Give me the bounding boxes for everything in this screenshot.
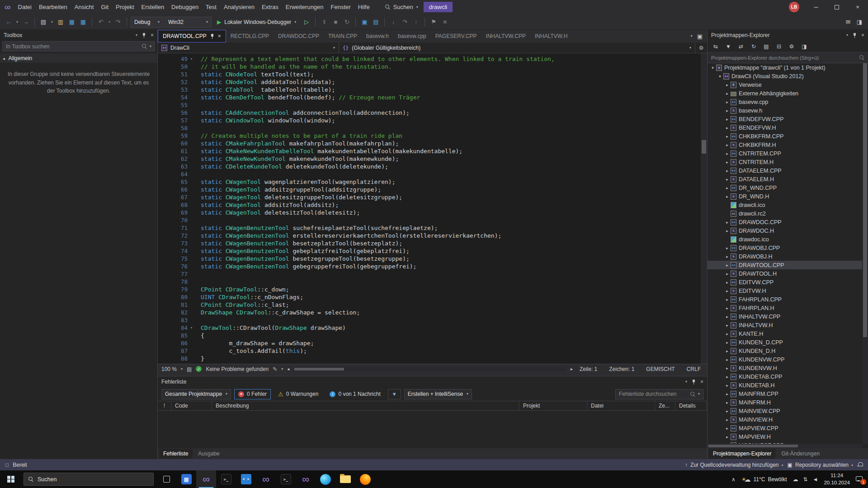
- close-icon[interactable]: ×: [861, 32, 864, 38]
- tree-item-editvw-cpp[interactable]: ▸++EDITVW.CPP: [708, 278, 862, 286]
- code-line[interactable]: 83: [158, 316, 701, 324]
- document-health-icon[interactable]: ▤: [187, 366, 192, 372]
- menu-test[interactable]: Test: [202, 1, 220, 13]
- chevron-collapsed-icon[interactable]: ▸: [724, 340, 731, 345]
- code-line[interactable]: 88}: [158, 355, 701, 362]
- window-position-icon[interactable]: ▾: [136, 33, 137, 37]
- code-line[interactable]: 53static CTabTool tabelleTool(tabelle);: [158, 86, 701, 94]
- messages-filter-button[interactable]: i 0 von 1 Nachricht: [326, 389, 384, 399]
- code-line[interactable]: 71static CWagenBenutzenTool suchefreiepl…: [158, 224, 701, 232]
- break-all-icon[interactable]: ‖: [319, 17, 329, 28]
- start-button[interactable]: [1, 470, 21, 488]
- tree-horizontal-scrollbar[interactable]: [708, 444, 862, 448]
- taskbar-app-visual-studio-2022[interactable]: ∞: [256, 470, 276, 488]
- restart-icon[interactable]: ↻: [342, 17, 352, 28]
- code-line[interactable]: 73static CWagenBenutzenTool besetzeplatz…: [158, 239, 701, 247]
- code-line[interactable]: 52static CNodeTool adddataTool(adddata);: [158, 78, 701, 86]
- tab-inhaltvw-h[interactable]: INHALTVW.H: [530, 30, 572, 42]
- tree-item-mapview-h[interactable]: ▸hMAPVIEW.H: [708, 432, 862, 441]
- chevron-collapsed-icon[interactable]: ▸: [724, 126, 731, 130]
- toolbox-search-input[interactable]: In Toolbox suchen ▾: [2, 41, 155, 52]
- close-icon[interactable]: ×: [151, 32, 154, 38]
- pin-icon[interactable]: [142, 33, 146, 38]
- window-layout-icon[interactable]: ◨: [854, 17, 864, 28]
- diagnostic-tools-icon[interactable]: ▣: [359, 17, 369, 28]
- chevron-collapsed-icon[interactable]: ▸: [724, 297, 731, 302]
- code-line[interactable]: 80UINT CDrawTool::c_nDownFlags;: [158, 293, 701, 301]
- sync-with-active-document-icon[interactable]: ⇄: [737, 43, 745, 50]
- tree-item-projektmappe-drawcli-1-von-1-projekt[interactable]: ▾◆Projektmappe "drawcli" (1 von 1 Projek…: [708, 63, 862, 72]
- problems-status-label[interactable]: Keine Probleme gefunden: [206, 366, 269, 372]
- taskbar-app-visual-studio-code[interactable]: < >: [236, 470, 256, 488]
- chevron-collapsed-icon[interactable]: ▸: [724, 366, 731, 371]
- tree-item-basevw-cpp[interactable]: ▸++basevw.cpp: [708, 98, 862, 106]
- navigate-backward-caret-icon[interactable]: ▾: [15, 17, 19, 28]
- tree-item-kante-h[interactable]: ▸hKANTE.H: [708, 329, 862, 338]
- account-avatar[interactable]: LB: [789, 2, 799, 12]
- error-list-search-input[interactable]: Fehlerliste durchsuchen ▾: [615, 389, 703, 399]
- tree-item-mainfrm-cpp[interactable]: ▸++MAINFRM.CPP: [708, 389, 862, 398]
- tree-item-kundenvw-h[interactable]: ▸hKUNDENVW.H: [708, 364, 862, 372]
- code-line[interactable]: 60static CMakeFahrplanTool makefahrplanT…: [158, 140, 701, 147]
- tree-item-drawcli-visual-studio-2012[interactable]: ▾++DrawCli (Visual Studio 2012): [708, 72, 862, 80]
- line-indicator[interactable]: Zeile: 1: [580, 366, 597, 372]
- taskbar-clock[interactable]: 11:24 20.10.2024: [824, 472, 850, 486]
- code-line[interactable]: 74static CWagenBenutzenTool gebeplatzfre…: [158, 247, 701, 255]
- close-tab-icon[interactable]: ×: [218, 33, 221, 39]
- build-intellisense-dropdown[interactable]: Erstellen + IntelliSense ▾: [404, 389, 472, 399]
- column-header-datei[interactable]: Datei: [587, 401, 655, 410]
- tree-item-bendefvw-cpp[interactable]: ▸++BENDEFVW.CPP: [708, 115, 862, 123]
- tree-item-kundenvw-cpp[interactable]: ▸++KUNDENVW.CPP: [708, 355, 862, 364]
- code-line[interactable]: 87 c_tools.AddTail(this);: [158, 347, 701, 355]
- tab-ausgabe[interactable]: Ausgabe: [193, 449, 224, 459]
- chevron-expanded-icon[interactable]: ▾: [709, 66, 716, 70]
- tree-item-externe-abhängigkeiten[interactable]: ▸Externe Abhängigkeiten: [708, 89, 862, 98]
- notifications-bell-icon[interactable]: [857, 462, 863, 467]
- weather-widget[interactable]: ☀ ☁ 11°C Bewölkt: [741, 476, 787, 483]
- start-without-debugging-icon[interactable]: ▷: [302, 17, 311, 28]
- code-line[interactable]: 55: [158, 101, 701, 109]
- column-header-projekt[interactable]: Projekt: [519, 401, 587, 410]
- code-line[interactable]: 86 m_drawShape = drawShape;: [158, 339, 701, 347]
- bookmark-window-icon[interactable]: ≡: [440, 17, 450, 28]
- severity-column-icon[interactable]: !: [158, 401, 171, 410]
- code-line[interactable]: 56static CAddConnectionTool addconnectio…: [158, 109, 701, 117]
- code-line[interactable]: 69static CWagenTool deletesitzTool(delet…: [158, 209, 701, 216]
- scroll-right-icon[interactable]: ▸: [571, 366, 573, 371]
- tab-rectdlg-cpp[interactable]: RECTDLG.CPP: [226, 30, 274, 42]
- notification-center-button[interactable]: 1: [856, 476, 863, 483]
- filter-button[interactable]: ▼: [388, 389, 401, 399]
- menu-git[interactable]: Git: [97, 1, 112, 13]
- tab-drawdoc-cpp[interactable]: DRAWDOC.CPP: [274, 30, 324, 42]
- pin-icon[interactable]: [692, 380, 696, 385]
- window-position-icon[interactable]: ▾: [846, 33, 848, 37]
- chevron-collapsed-icon[interactable]: ▸: [724, 186, 731, 190]
- chevron-collapsed-icon[interactable]: ▸: [724, 392, 731, 396]
- solution-configurations-dropdown[interactable]: Debug▾: [131, 17, 163, 28]
- onedrive-icon[interactable]: ☁: [793, 476, 798, 483]
- chevron-collapsed-icon[interactable]: ▸: [724, 349, 731, 353]
- tree-item-cntritem-cpp[interactable]: ▸++CNTRITEM.CPP: [708, 149, 862, 158]
- tree-item-drawdoc-ico[interactable]: drawdoc.ico: [708, 235, 862, 244]
- code-line[interactable]: 85{: [158, 332, 701, 339]
- chevron-collapsed-icon[interactable]: ▸: [724, 108, 731, 113]
- undo-caret-icon[interactable]: ▾: [107, 17, 112, 28]
- pin-tab-icon[interactable]: [210, 34, 214, 39]
- code-line[interactable]: 76static CWagenBenutzenTool gebegruppefr…: [158, 263, 701, 270]
- undo-icon[interactable]: ↶: [96, 17, 106, 28]
- chevron-collapsed-icon[interactable]: ▸: [724, 143, 731, 147]
- scrollbar-thumb[interactable]: [708, 445, 798, 447]
- warnings-filter-button[interactable]: ⚠ 0 Warnungen: [274, 389, 322, 399]
- taskbar-app-visual-studio-installer[interactable]: ∞: [296, 470, 316, 488]
- code-line[interactable]: 67static CWagenTool deletesitzgruppeTool…: [158, 193, 701, 201]
- code-line[interactable]: 51static CNodeTool textTool(text);: [158, 70, 701, 78]
- solution-explorer-search-input[interactable]: Projektmappen-Explorer durchsuchen (Strg…: [708, 52, 868, 63]
- code-line[interactable]: 54static CBenDefTool bendefTool(bendef);…: [158, 94, 701, 101]
- tree-item-editvw-h[interactable]: ▸hEDITVW.H: [708, 286, 862, 295]
- chevron-collapsed-icon[interactable]: ▸: [724, 134, 731, 139]
- tab-basevw-h[interactable]: basevw.h: [362, 30, 393, 42]
- column-header-code[interactable]: Code: [171, 401, 212, 410]
- tree-item-drawdoc-cpp[interactable]: ▸++DRAWDOC.CPP: [708, 218, 862, 226]
- chevron-collapsed-icon[interactable]: ▸: [724, 314, 731, 319]
- errors-filter-button[interactable]: × 0 Fehler: [234, 389, 271, 399]
